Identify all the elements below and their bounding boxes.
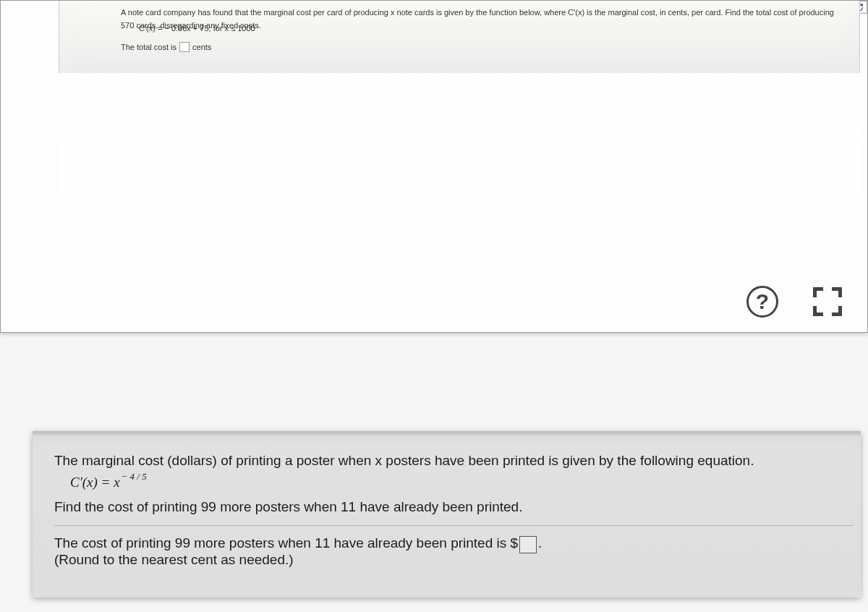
question2-note: (Round to the nearest cent as needed.): [54, 552, 854, 568]
question2-answer-row: The cost of printing 99 more posters whe…: [54, 535, 854, 552]
question2-content: The marginal cost (dollars) of printing …: [54, 438, 854, 590]
question2-task: Find the cost of printing 99 more poster…: [54, 490, 854, 515]
question1-formula: C'(x) = − 0.06x + 75, for x ≤ 1000: [139, 24, 255, 33]
action-icon-row: ?: [746, 286, 842, 318]
question1-answer-row: The total cost is cents: [121, 42, 211, 52]
question2-answer-input[interactable]: [519, 536, 537, 553]
question2-answer-prefix: The cost of printing 99 more posters whe…: [54, 535, 518, 551]
blank-region: [59, 73, 860, 276]
top-question-panel: Question Help ▼ A note card company has …: [0, 0, 868, 333]
question2-intro: The marginal cost (dollars) of printing …: [54, 438, 854, 472]
fullscreen-icon[interactable]: [813, 287, 842, 316]
panel-shadow: [33, 431, 861, 437]
question2-formula-base: C'(x) = x: [70, 475, 120, 490]
bottom-question-panel: The marginal cost (dollars) of printing …: [33, 431, 861, 598]
question1-answer-input[interactable]: [179, 42, 190, 52]
question1-photo-region: A note card company has found that the m…: [59, 1, 860, 80]
help-icon[interactable]: ?: [746, 286, 778, 318]
help-glyph: ?: [756, 289, 769, 314]
question2-formula: C'(x) = x− 4 / 5: [54, 472, 854, 490]
question1-answer-prefix: The total cost is: [121, 43, 176, 51]
question1-answer-suffix: cents: [192, 43, 211, 51]
question2-formula-exponent: − 4 / 5: [122, 471, 147, 482]
question2-answer-suffix: .: [538, 535, 542, 551]
glare-spot: [578, 88, 658, 102]
divider: [54, 525, 854, 526]
